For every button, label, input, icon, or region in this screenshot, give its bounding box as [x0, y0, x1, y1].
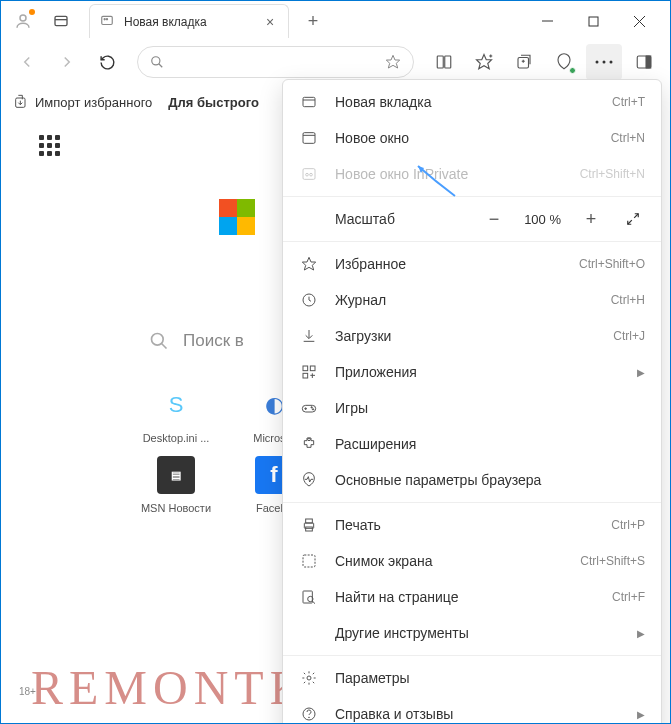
chevron-right-icon: ▶	[637, 367, 645, 378]
svg-rect-45	[303, 366, 308, 371]
menu-help[interactable]: Справка и отзывы ▶	[283, 696, 661, 724]
svg-rect-13	[437, 56, 443, 68]
svg-rect-36	[303, 169, 315, 180]
apps-icon	[299, 362, 319, 382]
tile-label: Desktop.ini ...	[143, 432, 210, 444]
svg-point-38	[310, 173, 313, 176]
svg-line-39	[634, 214, 638, 218]
search-box[interactable]: Поиск в	[149, 331, 244, 351]
more-menu-button[interactable]	[586, 44, 622, 80]
tile-icon: ▤	[157, 456, 195, 494]
svg-rect-46	[310, 366, 315, 371]
menu-extensions[interactable]: Расширения	[283, 426, 661, 462]
toolbar	[1, 41, 670, 83]
extensions-icon	[299, 434, 319, 454]
history-icon	[299, 290, 319, 310]
refresh-button[interactable]	[89, 44, 125, 80]
menu-new-tab[interactable]: Новая вкладка Ctrl+T	[283, 84, 661, 120]
svg-point-65	[309, 717, 310, 718]
menu-games[interactable]: Игры	[283, 390, 661, 426]
games-icon	[299, 398, 319, 418]
fullscreen-button[interactable]	[621, 207, 645, 231]
titlebar: Новая вкладка × +	[1, 1, 670, 41]
maximize-button[interactable]	[570, 5, 616, 37]
forward-button[interactable]	[49, 44, 85, 80]
quick-access-label: Для быстрого	[168, 95, 259, 110]
close-window-button[interactable]	[616, 5, 662, 37]
window-controls	[524, 5, 662, 37]
svg-point-4	[104, 18, 105, 19]
svg-marker-12	[386, 55, 399, 68]
svg-rect-32	[303, 97, 315, 106]
menu-new-window[interactable]: Новое окно Ctrl+N	[283, 120, 661, 156]
svg-rect-58	[306, 527, 313, 531]
svg-rect-7	[589, 17, 598, 26]
favorites-button[interactable]	[466, 44, 502, 80]
menu-essentials[interactable]: Основные параметры браузера	[283, 462, 661, 498]
menu-inprivate: Новое окно InPrivate Ctrl+Shift+N	[283, 156, 661, 192]
age-rating: 18+	[19, 686, 36, 697]
new-window-icon	[299, 128, 319, 148]
help-icon	[299, 704, 319, 724]
svg-rect-57	[306, 519, 313, 523]
menu-print[interactable]: Печать Ctrl+P	[283, 507, 661, 543]
menu-favorites[interactable]: Избранное Ctrl+Shift+O	[283, 246, 661, 282]
profile-button[interactable]	[9, 7, 37, 35]
find-icon	[299, 587, 319, 607]
menu-settings[interactable]: Параметры	[283, 660, 661, 696]
new-tab-icon	[299, 92, 319, 112]
collections-button[interactable]	[506, 44, 542, 80]
svg-rect-14	[445, 56, 451, 68]
minimize-button[interactable]	[524, 5, 570, 37]
split-screen-button[interactable]	[426, 44, 462, 80]
svg-point-23	[610, 61, 613, 64]
zoom-out-button[interactable]: −	[482, 207, 506, 231]
svg-line-40	[628, 220, 632, 224]
svg-point-0	[20, 15, 26, 21]
apps-launcher-button[interactable]	[39, 135, 60, 156]
svg-rect-34	[303, 133, 315, 144]
tile-msn[interactable]: ▤ MSN Новости	[131, 456, 221, 514]
menu-history[interactable]: Журнал Ctrl+H	[283, 282, 661, 318]
address-bar[interactable]	[137, 46, 414, 78]
svg-point-10	[152, 57, 160, 65]
heartbeat-icon	[299, 470, 319, 490]
search-icon	[149, 331, 169, 351]
menu-apps[interactable]: Приложения ▶	[283, 354, 661, 390]
svg-line-11	[159, 64, 163, 68]
menu-more-tools[interactable]: Другие инструменты ▶	[283, 615, 661, 651]
tab-close-button[interactable]: ×	[262, 14, 278, 30]
svg-point-54	[312, 409, 313, 410]
import-favorites-button[interactable]: Импорт избранного	[13, 94, 152, 110]
browser-essentials-button[interactable]	[546, 44, 582, 80]
favorite-star-icon[interactable]	[385, 54, 401, 70]
svg-point-29	[152, 334, 164, 346]
search-icon	[150, 55, 164, 69]
menu-zoom: Масштаб − 100 % +	[283, 201, 661, 237]
svg-point-55	[308, 438, 311, 441]
tile-label: MSN Новости	[141, 502, 211, 514]
svg-point-5	[106, 18, 107, 19]
menu-find[interactable]: Найти на странице Ctrl+F	[283, 579, 661, 615]
search-placeholder: Поиск в	[183, 331, 244, 351]
menu-downloads[interactable]: Загрузки Ctrl+J	[283, 318, 661, 354]
chevron-right-icon: ▶	[637, 628, 645, 639]
svg-rect-59	[303, 555, 315, 567]
tab-favicon-icon	[100, 14, 116, 30]
screenshot-icon	[299, 551, 319, 571]
gear-icon	[299, 668, 319, 688]
print-icon	[299, 515, 319, 535]
sidebar-button[interactable]	[626, 44, 662, 80]
svg-point-53	[311, 407, 312, 408]
svg-point-22	[603, 61, 606, 64]
import-favorites-label: Импорт избранного	[35, 95, 152, 110]
settings-menu: Новая вкладка Ctrl+T Новое окно Ctrl+N Н…	[282, 79, 662, 724]
tab-actions-button[interactable]	[45, 5, 77, 37]
tile-desktop[interactable]: Ѕ Desktop.ini ...	[131, 386, 221, 444]
svg-point-37	[306, 173, 309, 176]
menu-screenshot[interactable]: Снимок экрана Ctrl+Shift+S	[283, 543, 661, 579]
back-button[interactable]	[9, 44, 45, 80]
zoom-in-button[interactable]: +	[579, 207, 603, 231]
browser-tab[interactable]: Новая вкладка ×	[89, 4, 289, 38]
new-tab-button[interactable]: +	[297, 5, 329, 37]
